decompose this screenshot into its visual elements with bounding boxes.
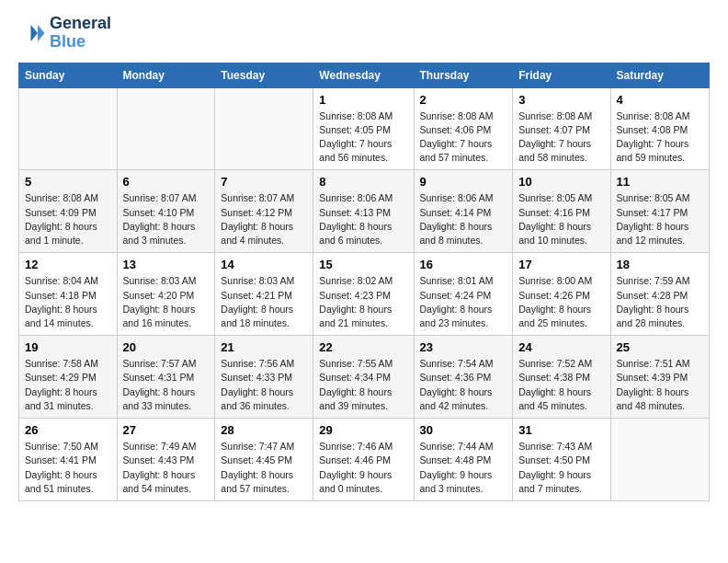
- weekday-header: Tuesday: [215, 63, 313, 87]
- day-info: Sunrise: 7:56 AM Sunset: 4:33 PM Dayligh…: [221, 357, 307, 413]
- calendar-cell: 9Sunrise: 8:06 AM Sunset: 4:14 PM Daylig…: [414, 170, 513, 253]
- day-number: 23: [420, 340, 507, 354]
- day-info: Sunrise: 7:43 AM Sunset: 4:50 PM Dayligh…: [518, 440, 604, 496]
- day-info: Sunrise: 8:01 AM Sunset: 4:24 PM Dayligh…: [420, 274, 507, 330]
- day-info: Sunrise: 8:08 AM Sunset: 4:06 PM Dayligh…: [420, 109, 507, 166]
- day-number: 19: [25, 340, 111, 354]
- day-info: Sunrise: 7:46 AM Sunset: 4:46 PM Dayligh…: [319, 440, 407, 496]
- calendar-cell: [117, 87, 215, 170]
- calendar-cell: 8Sunrise: 8:06 AM Sunset: 4:13 PM Daylig…: [313, 170, 414, 253]
- day-info: Sunrise: 8:07 AM Sunset: 4:10 PM Dayligh…: [123, 191, 210, 247]
- day-info: Sunrise: 7:59 AM Sunset: 4:28 PM Dayligh…: [617, 274, 703, 330]
- weekday-header: Saturday: [610, 63, 709, 87]
- calendar-cell: 17Sunrise: 8:00 AM Sunset: 4:26 PM Dayli…: [513, 253, 610, 336]
- day-info: Sunrise: 8:03 AM Sunset: 4:21 PM Dayligh…: [221, 274, 307, 330]
- day-number: 5: [25, 175, 111, 189]
- page-header: General Blue: [18, 15, 710, 52]
- day-number: 14: [221, 258, 307, 271]
- svg-marker-1: [31, 25, 39, 41]
- calendar-cell: [610, 419, 709, 501]
- day-number: 29: [319, 423, 407, 437]
- day-number: 30: [420, 423, 507, 437]
- day-info: Sunrise: 7:49 AM Sunset: 4:43 PM Dayligh…: [123, 440, 210, 496]
- day-info: Sunrise: 7:47 AM Sunset: 4:45 PM Dayligh…: [221, 440, 307, 496]
- day-number: 25: [617, 340, 703, 354]
- day-info: Sunrise: 8:08 AM Sunset: 4:09 PM Dayligh…: [25, 191, 111, 247]
- day-number: 7: [221, 175, 307, 189]
- calendar-cell: 27Sunrise: 7:49 AM Sunset: 4:43 PM Dayli…: [117, 419, 215, 501]
- day-number: 1: [319, 93, 407, 107]
- calendar-table: SundayMondayTuesdayWednesdayThursdayFrid…: [18, 63, 710, 501]
- day-number: 15: [319, 258, 407, 271]
- calendar-cell: 25Sunrise: 7:51 AM Sunset: 4:39 PM Dayli…: [610, 336, 709, 419]
- day-number: 26: [25, 423, 111, 437]
- calendar-cell: 5Sunrise: 8:08 AM Sunset: 4:09 PM Daylig…: [19, 170, 118, 253]
- calendar-cell: 30Sunrise: 7:44 AM Sunset: 4:48 PM Dayli…: [414, 419, 513, 501]
- calendar-cell: 20Sunrise: 7:57 AM Sunset: 4:31 PM Dayli…: [117, 336, 215, 419]
- calendar-week-row: 1Sunrise: 8:08 AM Sunset: 4:05 PM Daylig…: [19, 87, 710, 170]
- calendar-cell: 31Sunrise: 7:43 AM Sunset: 4:50 PM Dayli…: [513, 419, 610, 501]
- calendar-cell: 1Sunrise: 8:08 AM Sunset: 4:05 PM Daylig…: [313, 87, 414, 170]
- calendar-cell: 11Sunrise: 8:05 AM Sunset: 4:17 PM Dayli…: [610, 170, 709, 253]
- day-info: Sunrise: 8:06 AM Sunset: 4:13 PM Dayligh…: [319, 191, 407, 247]
- day-number: 16: [420, 258, 507, 271]
- day-number: 21: [221, 340, 307, 354]
- day-info: Sunrise: 7:44 AM Sunset: 4:48 PM Dayligh…: [420, 440, 507, 496]
- calendar-week-row: 12Sunrise: 8:04 AM Sunset: 4:18 PM Dayli…: [19, 253, 710, 336]
- day-info: Sunrise: 8:03 AM Sunset: 4:20 PM Dayligh…: [123, 274, 210, 330]
- day-info: Sunrise: 7:57 AM Sunset: 4:31 PM Dayligh…: [123, 357, 210, 413]
- weekday-header: Wednesday: [313, 63, 414, 87]
- day-info: Sunrise: 8:04 AM Sunset: 4:18 PM Dayligh…: [25, 274, 111, 330]
- calendar-week-row: 26Sunrise: 7:50 AM Sunset: 4:41 PM Dayli…: [19, 419, 710, 501]
- calendar-cell: 23Sunrise: 7:54 AM Sunset: 4:36 PM Dayli…: [414, 336, 513, 419]
- day-number: 12: [25, 258, 111, 271]
- day-info: Sunrise: 8:05 AM Sunset: 4:16 PM Dayligh…: [518, 191, 604, 247]
- calendar-cell: 18Sunrise: 7:59 AM Sunset: 4:28 PM Dayli…: [610, 253, 709, 336]
- weekday-header-row: SundayMondayTuesdayWednesdayThursdayFrid…: [19, 63, 710, 87]
- weekday-header: Thursday: [414, 63, 513, 87]
- day-info: Sunrise: 8:06 AM Sunset: 4:14 PM Dayligh…: [420, 191, 507, 247]
- calendar-cell: 12Sunrise: 8:04 AM Sunset: 4:18 PM Dayli…: [19, 253, 118, 336]
- calendar-cell: 10Sunrise: 8:05 AM Sunset: 4:16 PM Dayli…: [513, 170, 610, 253]
- day-number: 27: [123, 423, 210, 437]
- calendar-cell: 21Sunrise: 7:56 AM Sunset: 4:33 PM Dayli…: [215, 336, 313, 419]
- calendar-cell: 19Sunrise: 7:58 AM Sunset: 4:29 PM Dayli…: [19, 336, 118, 419]
- day-number: 22: [319, 340, 407, 354]
- calendar-cell: 22Sunrise: 7:55 AM Sunset: 4:34 PM Dayli…: [313, 336, 414, 419]
- day-info: Sunrise: 8:02 AM Sunset: 4:23 PM Dayligh…: [319, 274, 407, 330]
- calendar-cell: 28Sunrise: 7:47 AM Sunset: 4:45 PM Dayli…: [215, 419, 313, 501]
- calendar-cell: 13Sunrise: 8:03 AM Sunset: 4:20 PM Dayli…: [117, 253, 215, 336]
- day-number: 8: [319, 175, 407, 189]
- day-info: Sunrise: 8:05 AM Sunset: 4:17 PM Dayligh…: [617, 191, 703, 247]
- weekday-header: Friday: [513, 63, 610, 87]
- day-number: 10: [518, 175, 604, 189]
- day-number: 9: [420, 175, 507, 189]
- day-number: 11: [617, 175, 703, 189]
- day-number: 18: [617, 258, 703, 271]
- day-info: Sunrise: 8:08 AM Sunset: 4:07 PM Dayligh…: [518, 109, 604, 166]
- calendar-cell: [19, 87, 118, 170]
- day-number: 31: [518, 423, 604, 437]
- calendar-cell: 29Sunrise: 7:46 AM Sunset: 4:46 PM Dayli…: [313, 419, 414, 501]
- day-number: 2: [420, 93, 507, 107]
- day-info: Sunrise: 7:52 AM Sunset: 4:38 PM Dayligh…: [518, 357, 604, 413]
- weekday-header: Monday: [117, 63, 215, 87]
- day-number: 28: [221, 423, 307, 437]
- day-info: Sunrise: 7:58 AM Sunset: 4:29 PM Dayligh…: [25, 357, 111, 413]
- day-info: Sunrise: 8:08 AM Sunset: 4:05 PM Dayligh…: [319, 109, 407, 166]
- day-info: Sunrise: 7:51 AM Sunset: 4:39 PM Dayligh…: [617, 357, 703, 413]
- calendar-cell: 3Sunrise: 8:08 AM Sunset: 4:07 PM Daylig…: [513, 87, 610, 170]
- calendar-cell: 14Sunrise: 8:03 AM Sunset: 4:21 PM Dayli…: [215, 253, 313, 336]
- day-info: Sunrise: 8:00 AM Sunset: 4:26 PM Dayligh…: [518, 274, 604, 330]
- day-info: Sunrise: 7:55 AM Sunset: 4:34 PM Dayligh…: [319, 357, 407, 413]
- day-number: 4: [617, 93, 703, 107]
- page-container: General Blue SundayMondayTuesdayWednesda…: [0, 0, 728, 516]
- calendar-cell: 26Sunrise: 7:50 AM Sunset: 4:41 PM Dayli…: [19, 419, 118, 501]
- logo-text: General Blue: [50, 15, 111, 52]
- day-info: Sunrise: 7:50 AM Sunset: 4:41 PM Dayligh…: [25, 440, 111, 496]
- day-number: 24: [518, 340, 604, 354]
- day-info: Sunrise: 8:07 AM Sunset: 4:12 PM Dayligh…: [221, 191, 307, 247]
- calendar-cell: 24Sunrise: 7:52 AM Sunset: 4:38 PM Dayli…: [513, 336, 610, 419]
- day-info: Sunrise: 7:54 AM Sunset: 4:36 PM Dayligh…: [420, 357, 507, 413]
- calendar-cell: 15Sunrise: 8:02 AM Sunset: 4:23 PM Dayli…: [313, 253, 414, 336]
